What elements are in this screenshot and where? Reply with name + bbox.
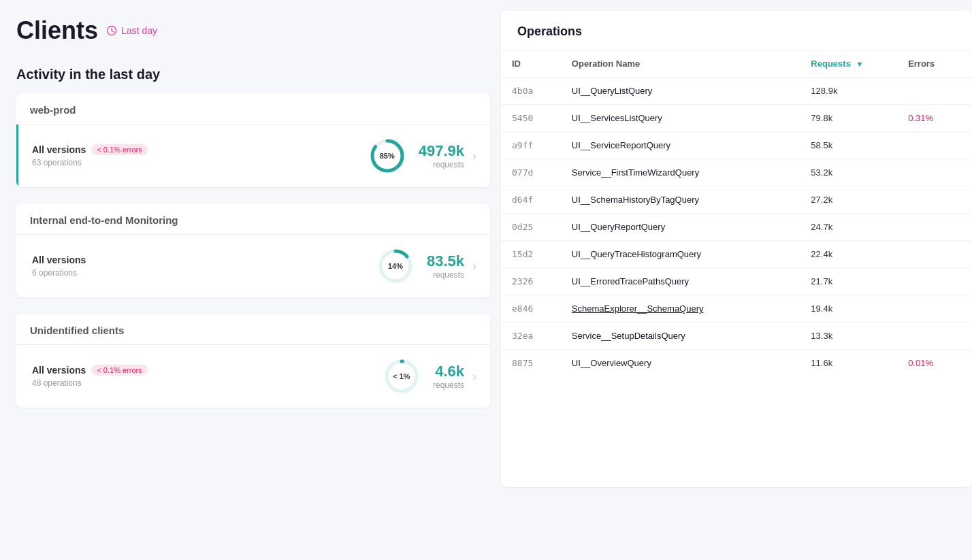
table-row[interactable]: 2326UI__ErroredTracePathsQuery21.7k (501, 268, 972, 295)
op-errors-cell (897, 295, 972, 323)
table-row[interactable]: 15d2UI__QueryTraceHistogramQuery22.4k (501, 241, 972, 268)
op-id-cell: d64f (501, 186, 561, 214)
op-name-cell[interactable]: SchemaExplorer__SchemaQuery (561, 295, 800, 323)
error-badge-0-0: < 0.1% errors (91, 144, 147, 155)
client-group-0: web-prodAll versions< 0.1% errors63 oper… (16, 93, 490, 187)
op-id-cell: 5450 (501, 105, 561, 132)
col-header-errors: Errors (897, 50, 972, 78)
version-label-1-0: All versions (32, 254, 375, 265)
op-name-cell: UI__SchemaHistoryByTagQuery (561, 186, 800, 214)
op-requests-cell: 53.2k (800, 159, 897, 186)
op-name-cell: UI__QueryListQuery (561, 78, 800, 105)
op-id-cell: 0d25 (501, 214, 561, 241)
op-name-cell: Service__SetupDetailsQuery (561, 323, 800, 350)
op-errors-cell (897, 186, 972, 214)
donut-0-0: 85% (367, 135, 408, 176)
client-group-1: Internal end-to-end MonitoringAll versio… (16, 203, 490, 297)
op-name-cell: UI__OverviewQuery (561, 350, 800, 377)
activity-section-title: Activity in the last day (16, 67, 490, 82)
chevron-right-icon-2-0[interactable]: › (472, 369, 476, 384)
requests-info-0-0: 497.9krequests (419, 142, 464, 169)
version-label-0-0: All versions< 0.1% errors (32, 144, 367, 155)
op-requests-cell: 128.9k (800, 78, 897, 105)
donut-1-0: 14% (375, 246, 416, 286)
chevron-right-icon-0-0[interactable]: › (472, 149, 476, 163)
requests-count-1-0: 83.5k (427, 252, 464, 270)
requests-info-1-0: 83.5krequests (427, 252, 464, 280)
op-name-cell: UI__ServicesListQuery (561, 105, 800, 132)
error-badge-2-0: < 0.1% errors (91, 365, 147, 376)
client-row-info-2-0: All versions< 0.1% errors48 operations (32, 365, 381, 388)
table-row[interactable]: 5450UI__ServicesListQuery79.8k0.31% (501, 105, 972, 132)
op-name-cell: Service__FirstTimeWizardQuery (561, 159, 800, 186)
op-id-cell: 4b0a (501, 78, 561, 105)
col-header-name: Operation Name (561, 50, 800, 78)
operations-header: Operations (501, 11, 972, 50)
clock-icon (106, 25, 117, 36)
requests-label-0-0: requests (419, 160, 464, 169)
op-errors-cell (897, 268, 972, 295)
table-row[interactable]: d64fUI__SchemaHistoryByTagQuery27.2k (501, 186, 972, 214)
op-id-cell: 2326 (501, 268, 561, 295)
ops-count-2-0: 48 operations (32, 378, 381, 388)
op-name-cell: UI__ServiceReportQuery (561, 132, 800, 159)
op-name-cell: UI__ErroredTracePathsQuery (561, 268, 800, 295)
op-name-cell: UI__QueryTraceHistogramQuery (561, 241, 800, 268)
client-row-2-0[interactable]: All versions< 0.1% errors48 operations <… (16, 345, 490, 408)
op-id-cell: a9ff (501, 132, 561, 159)
client-group-2: Unidentified clientsAll versions< 0.1% e… (16, 314, 490, 408)
op-requests-cell: 13.3k (800, 323, 897, 350)
time-badge-label: Last day (121, 25, 157, 36)
table-row[interactable]: 32eaService__SetupDetailsQuery13.3k (501, 323, 972, 350)
donut-label-1-0: 14% (388, 262, 403, 270)
table-row[interactable]: e846SchemaExplorer__SchemaQuery19.4k (501, 295, 972, 323)
op-requests-cell: 27.2k (800, 186, 897, 214)
op-requests-cell: 58.5k (800, 132, 897, 159)
op-errors-cell: 0.01% (897, 350, 972, 377)
donut-label-0-0: 85% (380, 152, 395, 160)
table-row[interactable]: 0d25UI__QueryReportQuery24.7k (501, 214, 972, 241)
chevron-right-icon-1-0[interactable]: › (472, 259, 476, 274)
donut-label-2-0: < 1% (393, 372, 410, 380)
op-requests-cell: 19.4k (800, 295, 897, 323)
table-row[interactable]: 077dService__FirstTimeWizardQuery53.2k (501, 159, 972, 186)
op-id-cell: e846 (501, 295, 561, 323)
op-id-cell: 8875 (501, 350, 561, 377)
op-requests-cell: 22.4k (800, 241, 897, 268)
client-row-0-0[interactable]: All versions< 0.1% errors63 operations 8… (16, 125, 490, 187)
op-requests-cell: 79.8k (800, 105, 897, 132)
client-name-2: Unidentified clients (16, 314, 490, 345)
client-name-1: Internal end-to-end Monitoring (16, 203, 490, 235)
left-panel: Clients Last day Activity in the last da… (0, 0, 490, 560)
ops-count-1-0: 6 operations (32, 268, 375, 278)
right-panel: Operations ID Operation Name Requests ▼ … (490, 0, 972, 560)
requests-count-0-0: 497.9k (419, 142, 464, 160)
col-header-requests[interactable]: Requests ▼ (800, 50, 897, 78)
table-row[interactable]: a9ffUI__ServiceReportQuery58.5k (501, 132, 972, 159)
op-errors-cell (897, 214, 972, 241)
requests-label-1-0: requests (427, 270, 464, 280)
op-id-cell: 077d (501, 159, 561, 186)
donut-2-0: < 1% (381, 356, 422, 397)
client-row-info-1-0: All versions6 operations (32, 254, 375, 278)
version-label-2-0: All versions< 0.1% errors (32, 365, 381, 376)
sort-arrow-icon: ▼ (856, 60, 864, 68)
time-badge[interactable]: Last day (106, 25, 157, 36)
op-errors-cell (897, 78, 972, 105)
op-errors-cell (897, 241, 972, 268)
requests-info-2-0: 4.6krequests (433, 363, 464, 390)
op-id-cell: 32ea (501, 323, 561, 350)
op-id-cell: 15d2 (501, 241, 561, 268)
operations-card: Operations ID Operation Name Requests ▼ … (501, 11, 972, 487)
op-name-cell: UI__QueryReportQuery (561, 214, 800, 241)
requests-count-2-0: 4.6k (433, 363, 464, 380)
operations-table: ID Operation Name Requests ▼ Errors 4b0a… (501, 50, 972, 376)
page-title: Clients (16, 16, 98, 45)
client-row-1-0[interactable]: All versions6 operations 14% 83.5kreques… (16, 235, 490, 297)
client-row-info-0-0: All versions< 0.1% errors63 operations (32, 144, 367, 167)
op-errors-cell (897, 323, 972, 350)
table-row[interactable]: 4b0aUI__QueryListQuery128.9k (501, 78, 972, 105)
ops-count-0-0: 63 operations (32, 158, 367, 167)
table-row[interactable]: 8875UI__OverviewQuery11.6k0.01% (501, 350, 972, 377)
clients-container: web-prodAll versions< 0.1% errors63 oper… (16, 93, 490, 408)
